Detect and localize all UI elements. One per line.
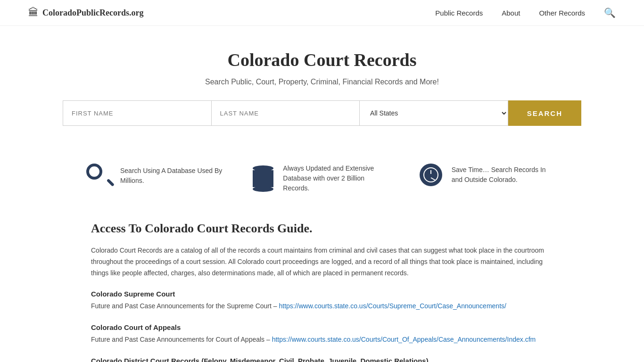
section-supreme-court: Colorado Supreme Court Future and Past C… (91, 290, 553, 312)
features-section: Search Using A Database Used By Millions… (63, 159, 581, 198)
section-district-court: Colorado District Court Records (Felony,… (91, 357, 553, 362)
nav-other-records[interactable]: Other Records (539, 9, 585, 17)
state-select[interactable]: All StatesAlabamaAlaskaArizonaArkansasCa… (359, 100, 508, 126)
section-district-title: Colorado District Court Records (Felony,… (91, 357, 553, 362)
section-court-appeals: Colorado Court of Appeals Future and Pas… (91, 323, 553, 346)
search-button[interactable]: SEARCH (508, 100, 581, 126)
section-appeals-body: Future and Past Case Announcements for C… (91, 334, 553, 346)
feature-search: Search Using A Database Used By Millions… (72, 159, 239, 193)
guide-heading: Access To Colorado Court Records Guide. (91, 222, 553, 236)
database-feature-icon (253, 165, 273, 192)
feature-time: Save Time… Search Records In and Outside… (405, 159, 572, 191)
content-section: Access To Colorado Court Records Guide. … (63, 222, 581, 362)
clock-feature-icon (420, 164, 442, 186)
hero-subtitle: Search Public, Court, Property, Criminal… (28, 78, 616, 86)
nav-public-records[interactable]: Public Records (435, 9, 483, 17)
search-bar: All StatesAlabamaAlaskaArizonaArkansasCa… (63, 100, 581, 126)
navbar: 🏛 ColoradoPublicRecords.org Public Recor… (0, 0, 644, 26)
feature-search-text: Search Using A Database Used By Millions… (120, 166, 224, 186)
feature-time-text: Save Time… Search Records In and Outside… (452, 165, 558, 185)
section-appeals-title: Colorado Court of Appeals (91, 323, 553, 331)
logo-text: ColoradoPublicRecords.org (42, 8, 143, 18)
feature-database: Always Updated and Extensive Database wi… (239, 159, 405, 198)
logo-link[interactable]: 🏛 ColoradoPublicRecords.org (28, 7, 143, 19)
logo-icon: 🏛 (28, 7, 39, 19)
first-name-input[interactable] (63, 100, 211, 126)
hero-section: Colorado Court Records Search Public, Co… (0, 26, 644, 140)
feature-database-text: Always Updated and Extensive Database wi… (283, 164, 391, 193)
supreme-court-link[interactable]: https://www.courts.state.co.us/Courts/Su… (279, 302, 506, 310)
search-icon[interactable]: 🔍 (604, 7, 616, 18)
last-name-input[interactable] (211, 100, 360, 126)
section-supreme-title: Colorado Supreme Court (91, 290, 553, 298)
nav-links: Public Records About Other Records 🔍 (435, 7, 616, 18)
appeals-court-link[interactable]: https://www.courts.state.co.us/Courts/Co… (272, 336, 536, 343)
guide-intro: Colorado Court Records are a catalog of … (91, 245, 553, 279)
search-feature-icon (86, 164, 111, 188)
nav-about[interactable]: About (502, 9, 520, 17)
section-supreme-body: Future and Past Case Announcements for t… (91, 301, 553, 312)
page-title: Colorado Court Records (28, 49, 616, 70)
